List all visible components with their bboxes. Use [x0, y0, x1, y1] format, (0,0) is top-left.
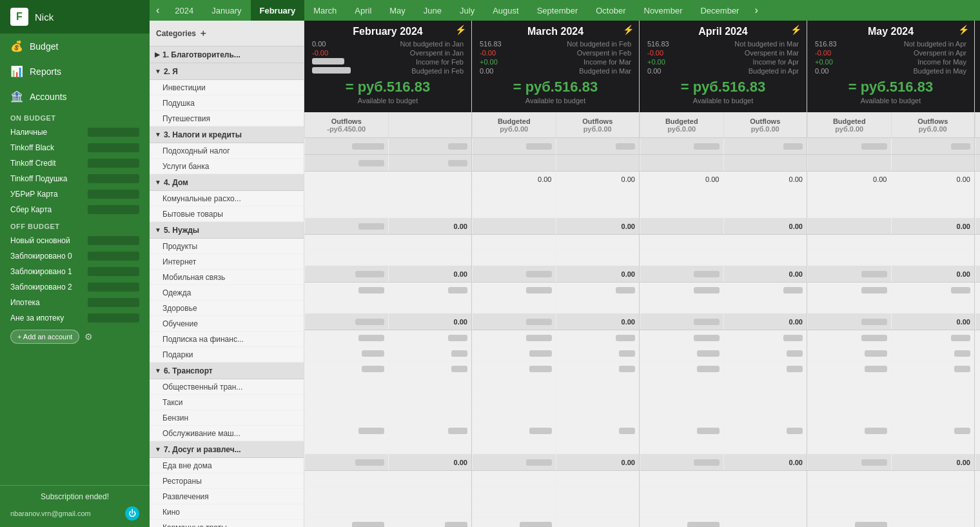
cat-item-podpiska[interactable]: Подписка на финанс... [150, 332, 304, 347]
nav-budget-label: Budget [30, 41, 58, 52]
feb-stats: 0.00 Not budgeted in Jan -0.00 Overspent… [312, 40, 464, 75]
account-sber[interactable]: Сбер Карта [0, 202, 150, 217]
account-tinkoff-black[interactable]: Tinkoff Black [0, 140, 150, 155]
tab-mar[interactable]: March [304, 0, 346, 21]
chevron-icon: ▼ [155, 446, 161, 453]
account-tinkoff-podushka[interactable]: Tinkoff Подушка [0, 171, 150, 186]
tab-jan[interactable]: January [202, 0, 250, 21]
tab-may[interactable]: May [380, 0, 415, 21]
table-row: 0.000.00 [640, 172, 807, 187]
power-button[interactable]: ⏻ [125, 506, 139, 521]
table-row [975, 361, 980, 377]
table-row [640, 486, 807, 502]
may-outflows-header: Outflowsруб.0.00 [891, 112, 975, 137]
cat-item-bytovye[interactable]: Бытовые товары [150, 206, 304, 222]
apr-column: ⚡ April 2024 516.83Not budgeted in Mar -… [640, 21, 807, 527]
table-row [975, 155, 980, 172]
tab-oct[interactable]: October [587, 0, 634, 21]
table-row: 0.00 [807, 218, 974, 235]
add-category-icon[interactable]: ＋ [199, 28, 208, 39]
apr-title: April 2024 [647, 26, 799, 37]
account-zab0[interactable]: Заблокировано 0 [0, 248, 150, 264]
nav-budget[interactable]: 💰 Budget [0, 34, 150, 59]
tab-jun[interactable]: June [415, 0, 451, 21]
account-zab1[interactable]: Заблокировано 1 [0, 264, 150, 279]
cat-group-5[interactable]: ▼ 5. Нужды [150, 222, 304, 239]
main-content: ‹ 2024 January February March April May … [150, 0, 980, 527]
cat-item-obucheniye[interactable]: Обучение [150, 316, 304, 332]
table-row [304, 346, 471, 361]
account-nalichnye[interactable]: Наличные [0, 124, 150, 140]
cat-item-odezhda[interactable]: Одежда [150, 285, 304, 301]
category-list: ▶ 1. Благотворитель... ▼ 2. Я Инвестиции… [150, 46, 304, 527]
cat-group-2[interactable]: ▼ 2. Я [150, 63, 304, 80]
cat-item-taxi[interactable]: Такси [150, 395, 304, 410]
cat-item-produkty[interactable]: Продукты [150, 239, 304, 254]
on-budget-section: On Budget [0, 109, 150, 124]
cat-item-podarki[interactable]: Подарки [150, 347, 304, 363]
tab-year[interactable]: 2024 [166, 0, 202, 21]
cat-item-karmanny[interactable]: Карманные траты [150, 520, 304, 527]
account-tinkoff-credit[interactable]: Tinkoff Credit [0, 155, 150, 171]
cat-item-eda-vne[interactable]: Еда вне дома [150, 458, 304, 473]
table-row: 0.00 [304, 266, 471, 283]
cat-item-internet[interactable]: Интернет [150, 254, 304, 270]
cat-group-4[interactable]: ▼ 4. Дом [150, 174, 304, 191]
account-zab2[interactable]: Заблокировано 2 [0, 279, 150, 295]
table-row [472, 408, 639, 423]
tab-sep[interactable]: September [528, 0, 587, 21]
mar-data-rows: 0.000.00 0.00 0.00 0.00 [472, 138, 639, 527]
tab-jul[interactable]: July [451, 0, 484, 21]
tab-feb[interactable]: February [251, 0, 305, 21]
cat-group-3[interactable]: ▼ 3. Налоги и кредиты [150, 126, 304, 143]
table-row [640, 392, 807, 408]
cat-item-bank[interactable]: Услуги банка [150, 159, 304, 174]
table-row [472, 423, 639, 439]
cat-item-investicii[interactable]: Инвестиции [150, 80, 304, 95]
tab-dec[interactable]: December [691, 0, 748, 21]
table-row: 0.00 [472, 454, 639, 471]
tab-aug[interactable]: August [484, 0, 527, 21]
cat-item-komunal[interactable]: Комунальные расхо... [150, 191, 304, 206]
account-ane-ipoteka[interactable]: Ане за ипотеку [0, 310, 150, 326]
table-row [975, 392, 980, 408]
add-account-button[interactable]: + Add an account [10, 330, 79, 344]
cat-item-razvlecheniya[interactable]: Развлечения [150, 489, 304, 504]
table-row [472, 439, 639, 454]
table-row [807, 155, 974, 172]
table-row: 0.00 [640, 454, 807, 471]
table-row [472, 203, 639, 218]
nav-reports[interactable]: 📊 Reports [0, 59, 150, 84]
next-arrow[interactable]: › [748, 0, 764, 21]
cat-item-benzin[interactable]: Бензин [150, 410, 304, 426]
feb-outflows-header: Outflows -руб.450.00 [304, 112, 388, 137]
cat-item-mobile[interactable]: Мобильная связь [150, 270, 304, 285]
account-novyi-osnovnoi[interactable]: Новый основной [0, 233, 150, 248]
apr-outflows-header: Outflowsруб.0.00 [723, 112, 807, 137]
tab-apr[interactable]: April [346, 0, 380, 21]
table-row [472, 502, 639, 517]
prev-arrow[interactable]: ‹ [150, 0, 166, 21]
cat-item-tax[interactable]: Подоходный налог [150, 143, 304, 159]
table-row [975, 471, 980, 486]
cat-item-zdorovye[interactable]: Здоровье [150, 301, 304, 316]
cat-item-kino[interactable]: Кино [150, 504, 304, 520]
table-row [975, 138, 980, 155]
account-ubrir[interactable]: УБРиР Карта [0, 186, 150, 202]
tab-nov[interactable]: November [635, 0, 692, 21]
table-row [640, 138, 807, 155]
cat-item-restorany[interactable]: Рестораны [150, 473, 304, 489]
cat-item-puteshestviya[interactable]: Путешествия [150, 111, 304, 126]
table-row [640, 377, 807, 392]
chevron-icon: ▼ [155, 131, 161, 138]
cat-item-obshch[interactable]: Общественный тран... [150, 379, 304, 395]
feb-data-rows: 0.00 0.00 [304, 138, 471, 527]
nav-accounts[interactable]: 🏦 Accounts [0, 84, 150, 109]
cat-item-obsluzhivanie[interactable]: Обслуживание маш... [150, 426, 304, 441]
cat-group-1[interactable]: ▶ 1. Благотворитель... [150, 46, 304, 63]
cat-group-7[interactable]: ▼ 7. Досуг и развлеч... [150, 441, 304, 458]
account-ipoteka[interactable]: Ипотека [0, 295, 150, 310]
cat-item-podushka[interactable]: Подушка [150, 95, 304, 111]
gear-icon[interactable]: ⚙ [84, 332, 93, 342]
cat-group-6[interactable]: ▼ 6. Транспорт [150, 363, 304, 379]
